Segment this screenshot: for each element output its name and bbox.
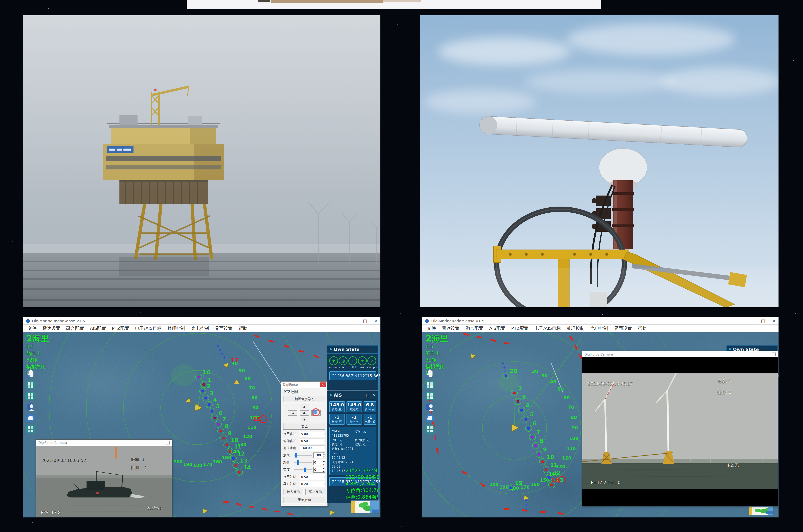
maximize-button[interactable]: □: [363, 319, 367, 323]
ptz-field-input[interactable]: 0.50▴▾: [300, 438, 325, 444]
ais-vessel-marker[interactable]: [330, 510, 335, 515]
ptz-center-button[interactable]: ●: [300, 410, 309, 416]
menu-item-9[interactable]: 帮助: [235, 325, 250, 331]
ptz-slider-input[interactable]: 1.00▴▾: [313, 453, 325, 458]
user-icon[interactable]: [25, 402, 36, 412]
ais-expand-icon[interactable]: □: [366, 393, 369, 398]
cloud-icon[interactable]: [25, 413, 36, 423]
radar-target-3[interactable]: 3: [203, 390, 214, 401]
ptz-slider-input[interactable]: 0▴▾: [313, 460, 325, 466]
cloud-icon[interactable]: [425, 413, 435, 423]
spinner-arrows-icon[interactable]: ▴▾: [323, 452, 325, 459]
own-state-header[interactable]: Own State: [327, 345, 378, 354]
menu-item-5[interactable]: 电子/AIS目标: [132, 325, 165, 331]
radar-target-8[interactable]: 8: [532, 438, 543, 449]
titlebar[interactable]: DigiMarineRadarSense V1.5 – □ ×: [422, 317, 779, 325]
ptz-import-button[interactable]: 预置速度导入: [283, 396, 325, 402]
menu-item-8[interactable]: 界面设置: [212, 325, 235, 331]
spinner-arrows-icon[interactable]: ▴▾: [324, 446, 324, 450]
ptz-up-button[interactable]: ▲: [300, 404, 309, 409]
menu-item-7[interactable]: 光电控制: [587, 325, 611, 331]
overview-minimap-right[interactable]: [749, 507, 773, 515]
menu-item-3[interactable]: AIS配置: [87, 325, 109, 331]
tiles-icon[interactable]: [25, 424, 36, 434]
radar-rings-icon[interactable]: [25, 380, 36, 390]
spinner-arrows-icon[interactable]: ▴▾: [324, 475, 324, 479]
camera-window-icon[interactable]: [166, 441, 170, 444]
ais-close-icon[interactable]: ×: [372, 393, 376, 398]
radar-target-7[interactable]: 7: [215, 416, 226, 428]
hand-icon[interactable]: [425, 368, 435, 378]
titlebar[interactable]: DigiMarineRadarSense V1.5 – □ ×: [23, 317, 380, 325]
ptz-field-input[interactable]: 5.00▴▾: [300, 431, 325, 437]
menu-item-4[interactable]: PTZ配置: [109, 325, 132, 331]
ais-vessel-marker[interactable]: [203, 508, 208, 514]
ptz-reset-button[interactable]: 复位: [283, 423, 325, 430]
own-ship-marker[interactable]: [512, 424, 519, 432]
radar-display-left[interactable]: 4050607080901001101201301401501601701801…: [23, 332, 380, 517]
layers-grid-icon[interactable]: [425, 391, 435, 401]
camera-titlebar[interactable]: DigiForce Camera: [36, 440, 172, 446]
radar-display-right[interactable]: 2030405060708090100110120130140150160170…: [422, 332, 779, 517]
camera-window-left[interactable]: DigiForce Camera: [36, 439, 172, 517]
ptz-restart-button[interactable]: 重新启动: [283, 497, 325, 503]
ptz-close-button[interactable]: ×: [320, 382, 326, 387]
radar-target-6[interactable]: 6: [212, 410, 223, 421]
spinner-arrows-icon[interactable]: ▴▾: [324, 439, 324, 443]
menu-item-5[interactable]: 电子/AIS目标: [531, 325, 564, 331]
close-button[interactable]: ×: [374, 319, 378, 323]
ptz-field-input[interactable]: 160.00▴▾: [300, 445, 325, 451]
spinner-arrows-icon[interactable]: ▴▾: [324, 433, 324, 436]
layers-grid-icon[interactable]: [25, 391, 36, 401]
radar-target-7[interactable]: 7: [529, 429, 540, 440]
ptz-zoom-out-button[interactable]: 缩小显示: [305, 489, 325, 495]
camera-window-right[interactable]: DigiForce Camera: [582, 351, 778, 506]
tiles-icon[interactable]: [425, 424, 435, 434]
ptz-left-button[interactable]: ◄: [288, 410, 297, 416]
spinner-arrows-icon[interactable]: ▴▾: [324, 482, 324, 486]
menu-item-4[interactable]: PTZ配置: [508, 325, 532, 331]
menu-item-2[interactable]: 融合配置: [63, 325, 87, 331]
radar-target-4[interactable]: 4: [206, 397, 217, 408]
user-icon[interactable]: [425, 402, 435, 412]
ais-vessel-marker[interactable]: [234, 379, 241, 386]
ptz-slider-track[interactable]: [294, 462, 312, 463]
ptz-titlebar[interactable]: DigiForce ×: [281, 382, 327, 388]
radar-target-5[interactable]: 5: [523, 411, 534, 422]
ptz-slider-track[interactable]: [294, 455, 312, 456]
ptz-field-input[interactable]: 0.50▴▾: [300, 474, 325, 480]
menu-item-1[interactable]: 雷达设置: [40, 325, 63, 331]
ais-vessel-marker[interactable]: [223, 361, 230, 368]
maximize-button[interactable]: □: [761, 319, 765, 323]
ptz-down-button[interactable]: ▼: [300, 417, 309, 422]
menu-item-0[interactable]: 文件: [25, 325, 40, 331]
radar-target-9[interactable]: 9: [221, 430, 232, 441]
menu-item-0[interactable]: 文件: [424, 325, 439, 331]
ais-vessel-marker[interactable]: [185, 398, 191, 404]
camera-window-icon[interactable]: [772, 353, 776, 356]
camera-titlebar[interactable]: DigiForce Camera: [582, 351, 778, 358]
spinner-arrows-icon[interactable]: ▴▾: [323, 459, 325, 466]
ais-vessel-marker[interactable]: [469, 354, 476, 360]
menu-item-2[interactable]: 融合配置: [462, 325, 486, 331]
menu-item-8[interactable]: 界面设置: [611, 325, 635, 331]
hand-icon[interactable]: [25, 368, 36, 378]
overview-minimap-left[interactable]: [351, 500, 379, 513]
menu-item-3[interactable]: AIS配置: [486, 325, 508, 331]
ptz-slider-thumb[interactable]: [297, 460, 299, 465]
ais-header[interactable]: AIS □ ×: [327, 391, 378, 399]
ptz-zoom-in-button[interactable]: 放大显示: [283, 489, 303, 495]
ptz-slider-track[interactable]: [294, 469, 312, 470]
close-button[interactable]: ×: [772, 319, 776, 323]
menu-item-6[interactable]: 处理控制: [564, 325, 587, 331]
spinner-arrows-icon[interactable]: ▴▾: [323, 466, 325, 473]
ptz-field-input[interactable]: 0.20▴▾: [300, 481, 325, 487]
menu-item-6[interactable]: 处理控制: [165, 325, 188, 331]
minimize-button[interactable]: –: [354, 319, 356, 323]
menu-item-9[interactable]: 帮助: [635, 325, 650, 331]
menu-item-1[interactable]: 雷达设置: [439, 325, 462, 331]
ptz-dialog[interactable]: DigiForce × PTZ控制 预置速度导入 ▲ ◄ ● ► ▼ 复位 水平…: [281, 381, 328, 506]
ptz-slider-thumb[interactable]: [304, 468, 306, 472]
ptz-slider-input[interactable]: 0▴▾: [313, 467, 325, 473]
menu-item-7[interactable]: 光电控制: [188, 325, 212, 331]
